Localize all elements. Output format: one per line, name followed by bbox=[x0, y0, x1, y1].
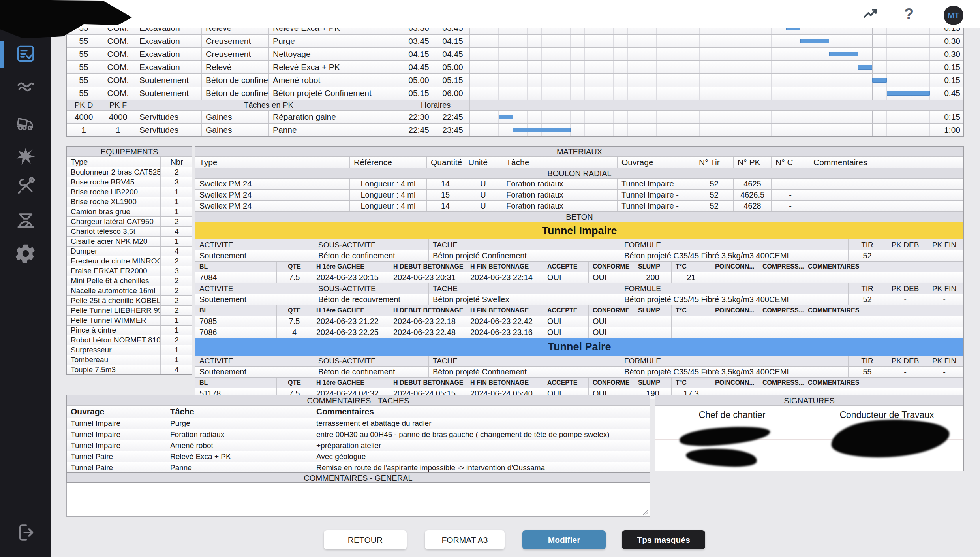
gantt-bar bbox=[858, 65, 872, 70]
mat-unit: U bbox=[464, 190, 502, 200]
comment-task-row: Tunnel Paire Relevé Exca + PK Avec géolo… bbox=[67, 451, 650, 462]
sidebar-item-concrete[interactable] bbox=[0, 111, 51, 137]
materials-table: MATERIAUX Type Référence Quantité Unité … bbox=[195, 146, 964, 399]
material-row: Swellex PM 24 Longueur : 4 ml 14 U Forat… bbox=[195, 201, 963, 212]
role-chef-de-chantier: Chef de chantier bbox=[655, 406, 809, 424]
resize-handle-icon[interactable] bbox=[643, 510, 648, 515]
mat-ouvrage: Tunnel Impaire - bbox=[618, 190, 695, 200]
pk-fin-cell: - bbox=[924, 367, 964, 377]
equip-nbr: 2 bbox=[161, 286, 193, 295]
equip-nbr: 2 bbox=[161, 306, 193, 315]
equipment-row: Surpresseur1 bbox=[67, 345, 192, 355]
col-bl: BL bbox=[195, 305, 277, 316]
format-a3-button[interactable]: FORMAT A3 bbox=[425, 530, 505, 549]
activity-header: ACTIVITE SOUS-ACTIVITE TACHE FORMULE TIR… bbox=[195, 283, 963, 294]
modifier-button[interactable]: Modifier bbox=[522, 530, 606, 549]
equipment-row: Pelle 25t à chenille KOBELCO2 bbox=[67, 296, 192, 306]
formule-cell: Béton projeté C35/45 Fibré 3,5kg/m3 400C… bbox=[620, 367, 849, 377]
comment-cell: entre 00H30 au 00H45 - panne de bras gau… bbox=[312, 429, 650, 440]
col-gachee: H 1ère GACHEE bbox=[312, 262, 389, 272]
stats-trend-icon[interactable] bbox=[862, 6, 880, 22]
mat-comment bbox=[809, 179, 964, 189]
avatar[interactable]: MT bbox=[944, 6, 963, 25]
sidebar-item-curves[interactable] bbox=[0, 75, 51, 100]
gachee-cell: 2024-06-23 21:22 bbox=[312, 316, 389, 327]
col-compress: COMPRESS... bbox=[758, 305, 804, 316]
mat-pk: 4626.5 bbox=[734, 190, 772, 200]
gantt-row[interactable]: 55 COM. Soutenement Béton de confine… Am… bbox=[67, 74, 963, 87]
mat-nc: - bbox=[772, 190, 809, 200]
horaires-header: Horaires bbox=[402, 100, 470, 110]
mat-type: Swellex PM 24 bbox=[195, 190, 350, 200]
end-time-cell: 04:15 bbox=[436, 35, 470, 47]
gantt-row[interactable]: 55 COM. Excavation Creusement Purge 03:4… bbox=[67, 35, 963, 48]
gantt-row[interactable]: 55 COM. Excavation Relevé Relevé Exca + … bbox=[67, 61, 963, 74]
retour-button[interactable]: RETOUR bbox=[324, 530, 407, 549]
duration-cell: 1:00 bbox=[930, 124, 964, 136]
sidebar-item-settings[interactable] bbox=[0, 242, 51, 267]
col-tache: Tâche bbox=[502, 157, 618, 168]
formule-cell: Béton projeté C35/45 Fibré 3,5kg/m3 400C… bbox=[620, 294, 849, 305]
col-ouvrage: Ouvrage bbox=[67, 406, 166, 418]
gantt-row[interactable]: 4000 4000 Servitudes Gaines Réparation g… bbox=[67, 111, 963, 124]
mat-nc: - bbox=[772, 179, 809, 189]
comments-tasks-table: COMMENTAIRES - TACHES Ouvrage Tâche Comm… bbox=[66, 395, 650, 473]
activity-cell: Soutenement bbox=[135, 87, 202, 100]
bl-row: 7085 7.5 2024-06-23 21:22 2024-06-23 22:… bbox=[195, 316, 963, 327]
mat-comment bbox=[809, 190, 964, 200]
gantt-bar bbox=[513, 128, 571, 132]
comments-general-title: COMMENTAIRES - GENERAL bbox=[66, 472, 650, 483]
sidebar-item-report[interactable] bbox=[0, 42, 51, 67]
equip-type: Dumper bbox=[67, 247, 161, 256]
comment-task-row: Tunnel Impaire Purge terrassement et aba… bbox=[67, 418, 650, 429]
equip-type: Erecteur de cintre MINROCK bbox=[67, 256, 161, 266]
comments-general: COMMENTAIRES - GENERAL bbox=[66, 472, 650, 517]
equipment-title: EQUIPEMENTS bbox=[67, 147, 192, 157]
mat-tache: Foration radiaux bbox=[502, 201, 618, 211]
end-time-cell: 05:00 bbox=[436, 61, 470, 73]
help-icon[interactable]: ? bbox=[900, 4, 918, 24]
mat-tir: 52 bbox=[695, 190, 734, 200]
sidebar-item-logout[interactable] bbox=[0, 521, 51, 546]
sous-activite-cell: Béton de recouvrement bbox=[314, 294, 429, 305]
comment-cell: Remise en route de l'aspirante impossibl… bbox=[312, 462, 650, 473]
equipment-row: Tombereau1 bbox=[67, 355, 192, 365]
gantt-row[interactable]: 1 1 Servitudes Gaines Panne 22:45 23:45 … bbox=[67, 124, 963, 136]
gantt-bar bbox=[499, 115, 513, 119]
gantt-row[interactable]: 55 COM. Excavation Creusement Nettoyage … bbox=[67, 48, 963, 61]
equip-nbr: 1 bbox=[161, 355, 193, 365]
col-pk-deb: PK DEB bbox=[886, 283, 924, 294]
tunnel-impaire-band: Tunnel Impaire bbox=[195, 222, 963, 239]
activity-cell: Excavation bbox=[135, 61, 202, 73]
duration-cell: 0:15 bbox=[930, 61, 964, 73]
slump-cell bbox=[634, 327, 672, 338]
start-time-cell: 05:15 bbox=[402, 87, 436, 100]
comments-general-textarea[interactable] bbox=[66, 483, 650, 517]
subactivity-cell: Creusement bbox=[202, 48, 269, 60]
sidebar-item-weighing[interactable] bbox=[0, 209, 51, 234]
sidebar-item-blasting[interactable] bbox=[0, 145, 51, 170]
slump-cell bbox=[634, 316, 672, 327]
gantt-bar bbox=[800, 39, 829, 43]
gachee-cell: 2024-06-23 22:25 bbox=[312, 327, 389, 338]
tache-cell: Relevé Exca + PK bbox=[166, 451, 312, 462]
col-compress: COMPRESS... bbox=[758, 378, 804, 388]
equip-type: Pelle Tunnel WIMMER bbox=[67, 316, 161, 325]
col-poinconn: POINCONN... bbox=[711, 305, 758, 316]
col-commentaires: COMMENTAIRES bbox=[804, 305, 964, 316]
col-compress: COMPRESS... bbox=[758, 262, 804, 272]
gantt-row[interactable]: 55 COM. Soutenement Béton de confine… Bé… bbox=[67, 87, 963, 100]
duration-cell: 0:15 bbox=[930, 74, 964, 87]
tache-cell: Purge bbox=[166, 418, 312, 429]
col-quantite: Quantité bbox=[427, 157, 464, 168]
equip-nbr: 1 bbox=[161, 197, 193, 207]
scale-icon bbox=[15, 209, 37, 233]
signatures-panel: SIGNATURES Chef de chantier Conducteur d… bbox=[655, 395, 964, 471]
subactivity-cell: Relevé bbox=[202, 61, 269, 73]
tache-cell: Béton projeté Confinement bbox=[429, 250, 620, 261]
sidebar-item-maintenance[interactable] bbox=[0, 175, 51, 200]
tps-masques-button[interactable]: Tps masqués bbox=[622, 530, 705, 549]
equip-nbr: 4 bbox=[161, 365, 193, 374]
comment-cell bbox=[804, 327, 964, 338]
tir-cell: 55 bbox=[849, 367, 886, 377]
